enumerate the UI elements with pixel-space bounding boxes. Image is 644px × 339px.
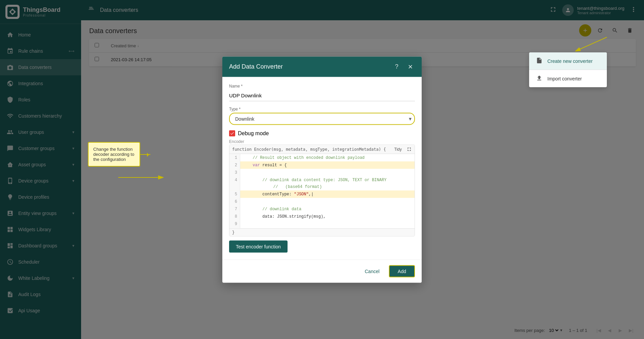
tidy-button[interactable]: Tidy [392, 146, 404, 152]
type-select[interactable]: Downlink Uplink [229, 113, 415, 125]
dialog-help-button[interactable]: ? [392, 62, 401, 71]
code-line-3: 3 [229, 169, 415, 176]
code-editor: function Encoder(msg, metadata, msgType,… [229, 144, 415, 236]
callout-text: Change the function decoder according to… [93, 147, 134, 162]
import-converter-item[interactable]: Import converter [529, 70, 607, 87]
dialog-header: Add Data Converter ? ✕ [222, 56, 422, 77]
dialog-title: Add Data Converter [229, 63, 283, 70]
converter-dropdown-menu: Create new converter Import converter [529, 52, 607, 87]
code-line-2: 2 var result = { [229, 161, 415, 169]
code-line-6: 6 [229, 198, 415, 205]
code-lines[interactable]: 1 // Result object with encoded downlink… [229, 154, 415, 228]
code-line-4: 4 // downlink data content type: JSON, T… [229, 176, 415, 190]
type-select-container: Downlink Uplink ▾ [229, 113, 415, 125]
name-label: Name * [229, 83, 415, 88]
code-footer: } [229, 228, 415, 236]
file-icon [536, 57, 543, 65]
dialog-body: Name * Type * Downlink Uplink ▾ Debug mo… [222, 77, 422, 259]
code-line-5: 5 contentType: "JSON",| [229, 190, 415, 198]
name-field: Name * [229, 83, 415, 101]
debug-mode-checkbox[interactable] [229, 130, 235, 136]
test-encoder-button[interactable]: Test encoder function [229, 240, 288, 252]
debug-mode-checkbox-label[interactable]: Debug mode [229, 130, 269, 136]
upload-icon [536, 75, 543, 82]
cancel-button[interactable]: Cancel [359, 266, 385, 276]
debug-mode-label: Debug mode [238, 130, 269, 136]
import-converter-label: Import converter [547, 76, 582, 81]
create-new-converter-item[interactable]: Create new converter [529, 52, 607, 70]
function-signature: function Encoder(msg, metadata, msgType,… [232, 147, 386, 151]
code-line-1: 1 // Result object with encoded downlink… [229, 154, 415, 161]
create-new-converter-label: Create new converter [547, 58, 593, 64]
code-line-7: 7 // downlink data [229, 205, 415, 213]
encoder-label-text: Encoder [229, 139, 244, 144]
fullscreen-code-button[interactable] [406, 146, 412, 152]
add-data-converter-dialog: Add Data Converter ? ✕ Name * Type * Dow… [222, 56, 422, 283]
add-button-dialog[interactable]: Add [389, 265, 415, 277]
encoder-section-label: Encoder [229, 139, 415, 144]
callout-arrow [140, 154, 150, 155]
debug-mode-row: Debug mode [229, 130, 415, 136]
dialog-close-button[interactable]: ✕ [405, 62, 415, 71]
code-line-10: 10 // Optional metadata object presented… [229, 227, 415, 228]
type-field: Type * Downlink Uplink ▾ [229, 106, 415, 125]
callout-tooltip: Change the function decoder according to… [88, 142, 140, 167]
name-input[interactable] [229, 90, 415, 101]
code-line-9: 9 [229, 220, 415, 227]
dialog-footer: Cancel Add [222, 259, 422, 283]
code-toolbar: function Encoder(msg, metadata, msgType,… [229, 145, 415, 154]
type-label: Type * [229, 106, 415, 111]
code-line-8: 8 data: JSON.stringify(msg), [229, 213, 415, 220]
